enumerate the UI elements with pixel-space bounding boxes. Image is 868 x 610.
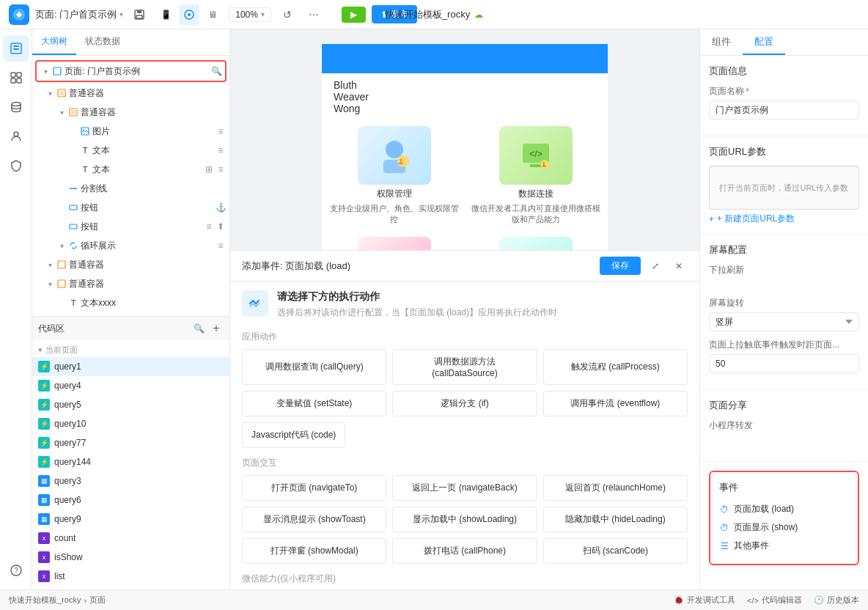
event-save-btn[interactable]: 保存 (600, 257, 641, 275)
svg-rect-28 (58, 280, 65, 287)
add-url-param-btn[interactable]: + + 新建页面URL参数 (709, 213, 859, 225)
tree-label-text1: 文本 (92, 144, 215, 157)
code-search-btn[interactable]: 🔍 (191, 321, 206, 336)
canvas-area: Bluth Weaver Wong 权限管理 支持企业级用户、角色、实现权限管控 (230, 29, 699, 589)
icon-bar-pages[interactable] (3, 35, 29, 62)
code-item-query144[interactable]: ⚡ query144 (32, 452, 229, 471)
tree-item-loop[interactable]: ▾ 循环展示 ≡ (32, 236, 229, 255)
code-item-query3[interactable]: ▦ query3 (32, 471, 229, 490)
code-editor-btn[interactable]: </> 代码编辑器 (747, 595, 802, 606)
event-panel: 添加事件: 页面加载 (load) 保存 ⤢ ✕ 请选择下方的执行动作 选择后将… (230, 250, 699, 589)
tree-item-button2[interactable]: ▾ 按钮 ≡ ⬆ (32, 217, 229, 236)
tree-item-divider[interactable]: ▾ 分割线 (32, 179, 229, 198)
code-item-query10[interactable]: ⚡ query10 (32, 414, 229, 433)
code-item-query77[interactable]: ⚡ query77 (32, 433, 229, 452)
action-navigateTo[interactable]: 打开页面 (navigateTo) (242, 475, 386, 501)
code-item-query6[interactable]: ▦ query6 (32, 490, 229, 510)
icon-bar-security[interactable] (3, 152, 29, 179)
svg-point-31 (397, 155, 409, 167)
tree-item-button1[interactable]: ▾ 按钮 ⚓ (32, 198, 229, 217)
outline-tree: ▾ 页面: 门户首页示例 🔍 ▾ 普通容器 ▾ (32, 56, 229, 316)
tree-search-btn[interactable]: 🔍 (210, 65, 222, 77)
more-btn-top[interactable]: ··· (304, 4, 324, 25)
action-showLoading[interactable]: 显示加载中 (showLoading) (392, 507, 537, 532)
code-item-query5[interactable]: ⚡ query5 (32, 395, 229, 414)
action-setState[interactable]: 变量赋值 (setState) (242, 391, 386, 416)
preview-btn[interactable]: ▶ (342, 7, 366, 23)
page-name-input[interactable] (709, 100, 859, 120)
action-if[interactable]: 逻辑分支 (if) (392, 391, 537, 416)
action-showModal[interactable]: 打开弹窗 (showModal) (242, 538, 386, 564)
watch-icon[interactable] (179, 4, 199, 25)
svg-rect-11 (11, 78, 15, 83)
canvas-card-title-0: 权限管理 (377, 188, 412, 200)
save-icon[interactable] (129, 4, 150, 25)
table-icon: ▦ (38, 475, 50, 487)
action-code[interactable]: Javascript代码 (code) (242, 422, 345, 448)
debug-tool-btn[interactable]: 🐞 开发调试工具 (674, 595, 735, 606)
action-navigateBack[interactable]: 返回上一页 (navigateBack) (392, 475, 537, 501)
tree-item-container4[interactable]: ▾ 普通容器 (32, 274, 229, 293)
icon-bar-data[interactable] (3, 94, 29, 120)
touch-bottom-label: 页面上拉触底事件触发时距页面... (709, 339, 859, 351)
right-panel: 组件 配置 页面信息 页面名称 * 页面URL参数 打开当前页面时，通过URL传… (699, 29, 868, 589)
icon-bar-users[interactable] (3, 123, 29, 150)
action-relaunchHome[interactable]: 返回首页 (relaunchHome) (543, 475, 688, 501)
action-callProcess[interactable]: 触发流程 (callProcess) (543, 349, 688, 385)
event-intro-desc: 选择后将对该动作进行配置，当【页面加载 (load)】应用将执行此动作时 (277, 306, 557, 319)
tree-item-container3[interactable]: ▾ 普通容器 (32, 255, 229, 274)
code-item-isShow[interactable]: x isShow (32, 548, 229, 567)
tree-item-page[interactable]: ▾ 页面: 门户首页示例 🔍 (35, 60, 227, 82)
zoom-control[interactable]: 100% ▾ (229, 7, 271, 22)
action-callPhone[interactable]: 拨打电话 (callPhone) (392, 538, 537, 564)
event-item-show[interactable]: ⏱ 页面显示 (show) (719, 518, 849, 537)
code-item-query4[interactable]: ⚡ query4 (32, 376, 229, 395)
canvas-card-0: 权限管理 支持企业级用户、角色、实现权限管控 (328, 126, 460, 225)
refresh-btn[interactable]: ↺ (277, 4, 298, 25)
touch-bottom-input[interactable] (709, 354, 859, 373)
query-icon: ⚡ (38, 418, 50, 430)
screen-rotate-select[interactable]: 竖屏 (709, 312, 859, 331)
svg-rect-9 (11, 73, 15, 77)
bottom-bar: 快速开始模板_rocky › 页面 🐞 开发调试工具 </> 代码编辑器 🕐 历… (0, 589, 868, 610)
page-share-section: 页面分享 小程序转发 (700, 390, 868, 462)
tree-item-container2[interactable]: ▾ 普通容器 (32, 103, 229, 122)
tab-component[interactable]: 组件 (700, 29, 743, 55)
tab-outline[interactable]: 大纲树 (32, 29, 76, 55)
mobile-icon[interactable]: 📱 (155, 4, 176, 25)
tree-item-image[interactable]: ▾ 图片 ≡ (32, 122, 229, 141)
action-eventflow[interactable]: 调用事件流 (eventflow) (543, 391, 688, 416)
tab-state[interactable]: 状态数据 (76, 29, 129, 55)
icon-bar-components[interactable] (3, 65, 29, 91)
event-close-btn[interactable]: ✕ (670, 257, 688, 275)
page-interaction-title: 页面交互 (242, 457, 688, 469)
action-callQuery[interactable]: 调用数据查询 (callQuery) (242, 349, 386, 385)
code-add-btn[interactable]: + (209, 321, 224, 336)
action-hideLoading[interactable]: 隐藏加载中 (hideLoading) (543, 507, 688, 532)
page-title-btn[interactable]: 页面: 门户首页示例 ▾ (35, 8, 123, 21)
tab-config[interactable]: 配置 (743, 29, 785, 55)
history-btn[interactable]: 🕐 历史版本 (814, 595, 859, 606)
tree-item-text2[interactable]: ▾ T 文本 ⊞ ≡ (32, 160, 229, 179)
icon-bar-help[interactable]: ? (3, 557, 29, 584)
screen-config-title: 屏幕配置 (709, 243, 859, 257)
code-item-list[interactable]: x list (32, 567, 229, 586)
event-item-other[interactable]: ☰ 其他事件 (719, 537, 849, 555)
tree-label-c2: 普通容器 (81, 106, 227, 119)
desktop-icon[interactable]: 🖥 (202, 4, 223, 25)
tree-item-container1[interactable]: ▾ 普通容器 (32, 84, 229, 103)
code-item-query1[interactable]: ⚡ query1 (32, 357, 229, 376)
history-icon: 🕐 (814, 595, 824, 605)
action-callDataSource[interactable]: 调用数据源方法 (callDataSource) (392, 349, 537, 385)
event-item-load[interactable]: ⏱ 页面加载 (load) (719, 500, 849, 518)
tree-label-text2: 文本 (92, 163, 203, 176)
tree-item-text1[interactable]: ▾ T 文本 ≡ (32, 141, 229, 160)
code-item-query9[interactable]: ▦ query9 (32, 510, 229, 529)
action-scanCode[interactable]: 扫码 (scanCode) (543, 538, 688, 564)
tree-item-textxxxx[interactable]: ▾ T 文本xxxx (32, 293, 229, 312)
event-expand-btn[interactable]: ⤢ (647, 257, 664, 275)
code-item-count[interactable]: x count (32, 529, 229, 548)
event-panel-header: 添加事件: 页面加载 (load) 保存 ⤢ ✕ (230, 251, 699, 282)
action-showToast[interactable]: 显示消息提示 (showToast) (242, 507, 386, 532)
svg-rect-25 (70, 205, 77, 210)
